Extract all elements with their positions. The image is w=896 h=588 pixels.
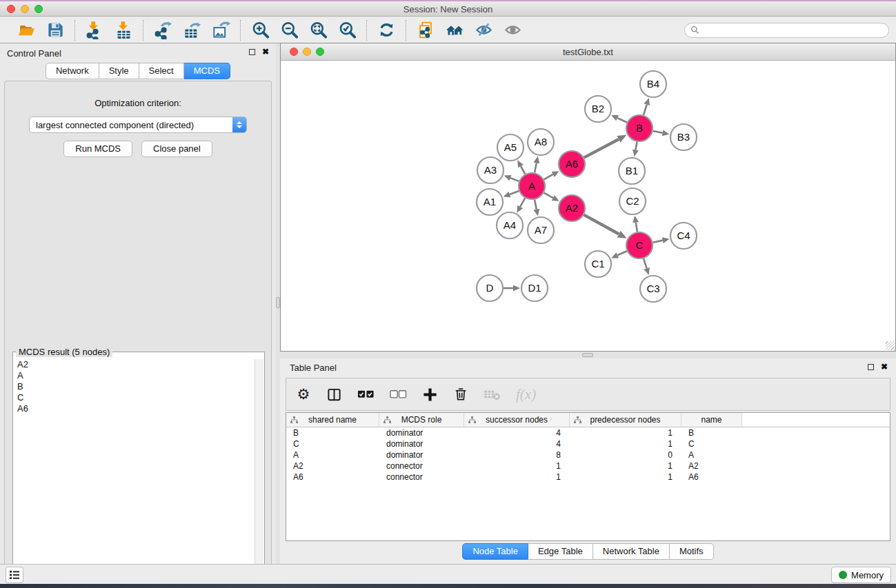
table-cell[interactable]: 0 [570, 449, 681, 460]
add-column-button[interactable] [422, 385, 438, 403]
graph-node-A[interactable]: A [519, 173, 545, 199]
graph-node-B1[interactable]: B1 [619, 158, 645, 184]
table-row[interactable]: Cdominator41C [286, 438, 890, 449]
close-panel-button[interactable]: Close panel [141, 141, 212, 157]
tab-edge-table[interactable]: Edge Table [528, 543, 593, 560]
column-header-successor-nodes[interactable]: successor nodes [464, 413, 570, 427]
mcds-result-item[interactable]: A6 [14, 403, 255, 414]
graph-node-A4[interactable]: A4 [497, 212, 523, 239]
graph-node-C4[interactable]: C4 [670, 223, 697, 249]
criterion-dropdown[interactable]: largest connected component (directed) [29, 116, 247, 133]
graph-node-D1[interactable]: D1 [521, 275, 548, 301]
edge-B-B4[interactable] [644, 105, 647, 115]
window-resize-grip[interactable] [886, 341, 895, 350]
column-header-MCDS-role[interactable]: MCDS role [379, 413, 464, 427]
table-cell[interactable]: B [286, 427, 379, 438]
open-folder-button[interactable] [15, 20, 37, 41]
delete-column-button[interactable] [453, 385, 468, 403]
close-table-panel-icon[interactable]: ✖ [881, 363, 888, 371]
edge-A-A2[interactable] [544, 193, 553, 198]
graph-node-C[interactable]: C [626, 232, 653, 258]
edge-A-A1[interactable] [510, 191, 519, 194]
edge-C-C2[interactable] [636, 223, 637, 232]
graph-node-B2[interactable]: B2 [585, 96, 611, 122]
edge-A-A7[interactable] [535, 200, 537, 210]
tab-network-table[interactable]: Network Table [593, 543, 670, 560]
graph-node-B4[interactable]: B4 [640, 71, 666, 97]
table-row[interactable]: Bdominator41B [286, 427, 890, 438]
column-header-name[interactable]: name [681, 413, 742, 427]
edge-B-B1[interactable] [635, 142, 637, 150]
select-all-button[interactable] [357, 385, 375, 403]
mcds-result-item[interactable]: A2 [14, 359, 255, 370]
mcds-result-item[interactable]: B [14, 381, 255, 392]
table-cell[interactable]: dominator [379, 427, 464, 438]
export-table-button[interactable] [181, 20, 203, 41]
edge-C-C4[interactable] [653, 241, 663, 243]
table-row[interactable]: Adominator80A [286, 449, 890, 460]
tab-network[interactable]: Network [46, 63, 99, 79]
edge-B-B3[interactable] [653, 131, 663, 133]
table-cell[interactable]: connector [379, 460, 464, 472]
edge-C-C3[interactable] [644, 258, 647, 268]
edge-A2-C[interactable] [584, 215, 619, 234]
table-cell[interactable]: 1 [464, 472, 570, 483]
graph-node-A5[interactable]: A5 [497, 134, 524, 161]
network-canvas[interactable]: B4B2BB3A8A5A6A3B1AC2A1A2A4A7C4CC1DD1C3 [281, 61, 895, 351]
edge-A-A8[interactable] [535, 163, 537, 172]
mcds-result-item[interactable]: A [14, 370, 255, 381]
export-network-button[interactable] [152, 20, 174, 41]
result-list-scrollbar[interactable] [255, 359, 263, 587]
mcds-result-list[interactable]: A2ABCA6 [14, 359, 255, 587]
zoom-fit-button[interactable] [307, 20, 329, 41]
table-cell[interactable]: dominator [379, 449, 464, 460]
table-cell[interactable]: connector [379, 472, 464, 483]
table-cell[interactable]: A6 [286, 472, 379, 483]
table-cell[interactable]: 8 [464, 449, 570, 460]
horizontal-splitter[interactable] [280, 352, 896, 358]
tab-style[interactable]: Style [99, 63, 139, 79]
zoom-in-button[interactable] [249, 20, 271, 41]
column-header-shared-name[interactable]: shared name [286, 413, 379, 427]
graph-node-A1[interactable]: A1 [477, 189, 503, 215]
graph-node-C2[interactable]: C2 [619, 188, 646, 214]
graph-node-A7[interactable]: A7 [528, 217, 554, 243]
column-header-predecessor-nodes[interactable]: predecessor nodes [570, 413, 681, 427]
network-home-button[interactable] [444, 20, 466, 41]
network-window-titlebar[interactable]: testGlobe.txt [281, 43, 895, 61]
table-cell[interactable]: A2 [681, 460, 742, 472]
table-cell[interactable]: 4 [464, 427, 570, 438]
edge-A6-B[interactable] [584, 139, 619, 158]
edge-A-A6[interactable] [544, 174, 553, 179]
float-panel-icon[interactable] [249, 49, 255, 55]
split-panel-button[interactable] [326, 385, 342, 403]
table-cell[interactable]: B [681, 427, 742, 438]
graph-node-A2[interactable]: A2 [559, 195, 585, 221]
zoom-out-button[interactable] [278, 20, 300, 41]
hide-graphics-details-button[interactable] [472, 20, 495, 41]
graph-node-C1[interactable]: C1 [585, 251, 611, 277]
edge-B-B2[interactable] [617, 118, 627, 122]
float-table-panel-icon[interactable] [868, 364, 874, 370]
table-cell[interactable]: A2 [286, 460, 379, 472]
search-box[interactable] [684, 23, 889, 38]
import-network-button[interactable] [83, 20, 106, 41]
graph-node-D[interactable]: D [477, 275, 503, 301]
graph-node-C3[interactable]: C3 [640, 276, 666, 302]
table-cell[interactable]: 1 [464, 460, 570, 472]
table-cell[interactable]: A6 [681, 472, 742, 483]
deselect-all-button[interactable] [390, 385, 407, 403]
search-input[interactable] [702, 26, 883, 35]
graph-node-A6[interactable]: A6 [559, 151, 585, 177]
memory-button[interactable]: Memory [831, 567, 891, 583]
edge-A-A5[interactable] [521, 166, 525, 174]
import-table-button[interactable] [112, 20, 135, 41]
graph-node-A8[interactable]: A8 [528, 129, 554, 155]
table-row[interactable]: A6connector11A6 [286, 472, 890, 483]
close-panel-icon[interactable]: ✖ [262, 48, 269, 56]
show-graphics-details-button[interactable] [501, 20, 524, 41]
gear-button[interactable]: ⚙ [296, 385, 311, 403]
copy-network-button[interactable] [415, 20, 437, 41]
graph-node-B[interactable]: B [626, 115, 653, 141]
tab-motifs[interactable]: Motifs [670, 543, 714, 560]
